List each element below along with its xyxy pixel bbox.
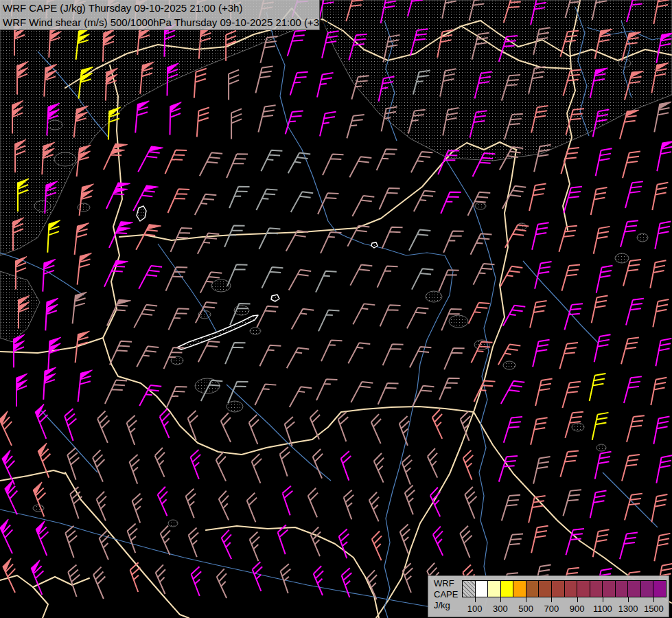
wind-barb [652, 181, 668, 212]
wind-barb [474, 260, 495, 290]
wind-barb-staff [593, 527, 610, 559]
wind-barb-staff [651, 376, 667, 407]
wind-barb [595, 450, 612, 481]
colorbar-cell [565, 581, 578, 597]
wind-barb [502, 492, 520, 523]
wind-barb-staff [441, 188, 461, 218]
wind-barb [229, 183, 249, 212]
wind-barb-staff [187, 527, 206, 557]
colorbar-cell [552, 581, 565, 597]
cape-stipple-spot [475, 203, 486, 209]
wind-barb [47, 220, 60, 253]
wind-barb-staff [530, 299, 547, 330]
wind-barb-staff [430, 409, 451, 439]
legend-colorbar-ticks [462, 597, 667, 603]
wind-barb [126, 523, 146, 553]
wind-barb-staff [367, 492, 388, 522]
wind-barb-staff [411, 148, 433, 177]
wind-barb-staff [316, 267, 336, 297]
wind-barb-staff [66, 448, 86, 479]
wind-barb [503, 301, 526, 330]
wind-barb-staff [469, 299, 490, 328]
wind-barb-staff [655, 220, 671, 251]
country-border [0, 575, 48, 618]
wind-barb-staff [245, 493, 265, 523]
wind-barb-staff [352, 192, 374, 221]
wind-barb [657, 139, 672, 173]
wind-barb-staff [247, 415, 267, 444]
wind-barb [426, 448, 446, 478]
cape-stipple-spot [572, 423, 584, 431]
wind-barb [170, 102, 182, 135]
wind-barb-staff [426, 448, 446, 478]
wind-barb-staff [281, 486, 300, 516]
wind-barb-staff [533, 337, 550, 369]
colorbar-tick-label: 1100 [593, 604, 612, 614]
wind-barb-staff [287, 344, 310, 373]
wind-barb [654, 100, 671, 134]
wind-barb [370, 531, 391, 561]
wind-barb-staff [309, 527, 329, 557]
wind-barb-staff [259, 225, 280, 254]
wind-barb [104, 140, 128, 174]
wind-barb [64, 526, 84, 558]
wind-barb [75, 222, 89, 255]
wind-barb [286, 108, 303, 137]
wind-barb-staff [215, 569, 235, 598]
wind-barb [591, 185, 607, 217]
wind-barb-staff [369, 414, 390, 444]
wind-barb [224, 222, 244, 251]
wind-barb [96, 411, 117, 442]
wind-barb-staff [409, 226, 431, 255]
wind-barb-staff [349, 153, 371, 182]
colorbar-tick [526, 597, 526, 602]
colorbar-cell [488, 581, 501, 597]
wind-barb-staff [353, 300, 375, 329]
wind-barb [562, 379, 581, 411]
wind-barb-staff [248, 531, 268, 561]
river [0, 510, 461, 611]
wind-barb-staff [292, 305, 314, 334]
wind-barb [533, 337, 550, 369]
colorbar-cell [476, 581, 489, 597]
wind-barb-staff [286, 108, 303, 137]
wind-barb-staff [370, 531, 391, 561]
wind-barb [443, 227, 463, 257]
wind-barb-staff [443, 227, 463, 257]
wind-barb-staff [194, 68, 207, 99]
wind-barb-staff [255, 64, 273, 95]
wind-barb-staff [227, 150, 248, 182]
wind-barb-staff [288, 27, 306, 59]
legend-units-label: J/kg [434, 600, 458, 611]
wind-barb-staff [338, 529, 357, 558]
wind-barb-staff [532, 220, 549, 252]
wind-barb [279, 447, 297, 477]
wind-barb [156, 487, 176, 516]
wind-barb-staff [594, 225, 610, 256]
wind-barb [255, 64, 273, 95]
wind-barb [306, 488, 326, 518]
wind-barb [80, 183, 94, 216]
wind-barb-staff [501, 378, 524, 409]
wind-barb-staff [318, 190, 338, 219]
wind-barb [32, 482, 54, 516]
wind-barb [439, 374, 459, 404]
wind-barb-staff [377, 146, 397, 175]
wind-barb [189, 566, 209, 596]
wind-barb [166, 263, 188, 295]
wind-barb [195, 190, 217, 219]
wind-barb [1, 558, 25, 593]
wind-barb [63, 409, 83, 440]
wind-barb-staff [559, 340, 578, 371]
wind-barb-staff [128, 455, 148, 484]
cape-legend: WRF CAPE J/kg 10030050070090011001300150… [428, 575, 669, 617]
wind-barb-staff [166, 263, 188, 295]
wind-barb [66, 448, 86, 479]
lake-outline [271, 295, 279, 301]
wind-barb [92, 567, 113, 599]
wind-barb [312, 566, 332, 595]
wind-barb-staff [256, 185, 277, 215]
lake-outline [137, 206, 146, 221]
wind-barb [3, 480, 27, 514]
colorbar-tick [603, 597, 603, 602]
